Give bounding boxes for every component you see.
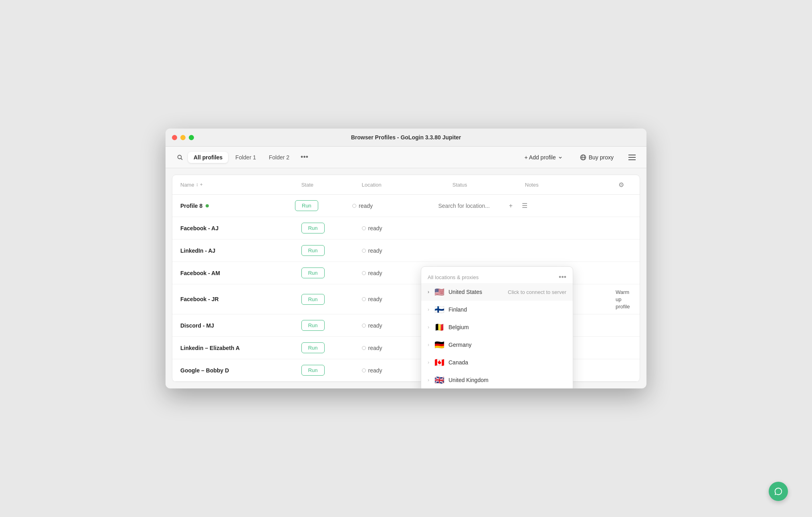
location-search-row: + ☰ (438, 201, 530, 211)
window-title: Browser Profiles - GoLogin 3.3.80 Jupite… (351, 134, 461, 141)
state-cell: ready (362, 225, 452, 231)
dropdown-title: All locations & proxies (428, 274, 479, 280)
profile-name: Discord - MJ (180, 322, 301, 329)
country-name-be: Belgium (448, 324, 566, 330)
flag-be: 🇧🇪 (434, 322, 444, 332)
toolbar: All profiles Folder 1 Folder 2 ••• + Add… (166, 147, 646, 168)
run-button-cell: Run (301, 223, 362, 233)
th-settings: ⚙ (616, 179, 632, 190)
chevron-icon: › (428, 360, 429, 365)
dropdown-item-be[interactable]: › 🇧🇪 Belgium (421, 318, 573, 336)
run-button[interactable]: Run (301, 268, 325, 278)
chat-fab-button[interactable] (769, 482, 788, 501)
flag-us: 🇺🇸 (434, 287, 444, 297)
dropdown-more-button[interactable]: ••• (559, 273, 566, 282)
run-button[interactable]: Run (301, 342, 325, 353)
state-cell: ready (362, 247, 452, 254)
location-list-button[interactable]: ☰ (519, 201, 530, 211)
state-indicator (362, 249, 366, 253)
table-settings-button[interactable]: ⚙ (616, 179, 627, 190)
run-button-cell: Run (301, 342, 362, 353)
maximize-button[interactable] (189, 135, 194, 140)
run-button-cell: Run (301, 245, 362, 256)
add-column-icon[interactable]: + (200, 182, 203, 187)
profile-name: LinkedIn - AJ (180, 247, 301, 254)
titlebar: Browser Profiles - GoLogin 3.3.80 Jupite… (166, 129, 646, 147)
run-button[interactable]: Run (301, 223, 325, 233)
table-row: Profile 8 Run ready + ☰ (172, 195, 640, 217)
note-text: Warm up profile (616, 289, 630, 310)
table-header: Name ↕ + State Location Status Notes ⚙ (172, 175, 640, 195)
dropdown-item-de[interactable]: › 🇩🇪 Germany (421, 336, 573, 354)
connect-hint: Click to connect to server (508, 289, 566, 295)
buy-proxy-label: Buy proxy (589, 154, 614, 161)
chevron-icon: › (428, 342, 429, 348)
country-name-ca: Canada (448, 359, 566, 366)
run-button[interactable]: Run (301, 365, 325, 376)
dropdown-item-fi[interactable]: › 🇫🇮 Finland (421, 301, 573, 318)
profile-name: Facebook - AM (180, 270, 301, 276)
location-search-input[interactable] (438, 203, 503, 209)
country-name-fi: Finland (448, 306, 566, 313)
tab-all-profiles[interactable]: All profiles (188, 152, 228, 163)
th-status: Status (452, 182, 525, 188)
country-name-gb: United Kingdom (448, 377, 566, 383)
table-row: Facebook - AJ Run ready (172, 217, 640, 239)
profile-name: Facebook - AJ (180, 225, 301, 231)
tab-folder-1[interactable]: Folder 1 (230, 152, 261, 163)
run-button[interactable]: Run (301, 320, 325, 331)
th-location: Location (362, 182, 452, 188)
add-location-button[interactable]: + (506, 201, 516, 211)
search-button[interactable] (174, 151, 186, 164)
dropdown-item-us[interactable]: › 🇺🇸 United States Click to connect to s… (421, 283, 573, 301)
flag-ca: 🇨🇦 (434, 358, 444, 367)
th-notes: Notes (525, 182, 616, 188)
run-button-cell: Run (301, 365, 362, 376)
country-name-de: Germany (448, 342, 566, 348)
add-profile-button[interactable]: + Add profile (519, 151, 568, 163)
dropdown-item-ca[interactable]: › 🇨🇦 Canada (421, 354, 573, 371)
minimize-button[interactable] (180, 135, 186, 140)
state-indicator (362, 324, 366, 328)
state-indicator (362, 226, 366, 230)
flag-gb: 🇬🇧 (434, 375, 444, 385)
chevron-icon: › (428, 377, 429, 383)
chevron-icon: › (428, 324, 429, 330)
state-indicator (362, 368, 366, 372)
state-indicator (352, 204, 356, 208)
state-cell: ready (352, 203, 438, 209)
hamburger-menu-button[interactable] (626, 151, 638, 164)
dropdown-header: All locations & proxies ••• (421, 270, 573, 283)
chevron-icon: › (428, 289, 429, 295)
run-button[interactable]: Run (301, 245, 325, 256)
state-indicator (362, 271, 366, 275)
profile-name: Linkedin – Elizabeth A (180, 345, 301, 351)
run-button-cell: Run (301, 320, 362, 331)
sort-icon[interactable]: ↕ (196, 182, 198, 187)
location-cell: + ☰ (438, 201, 530, 211)
buy-proxy-button[interactable]: Buy proxy (574, 151, 619, 163)
table-row: LinkedIn - AJ Run ready (172, 239, 640, 262)
country-name-us: United States (448, 289, 504, 295)
profile-name: Google – Bobby D (180, 367, 301, 374)
app-window: Browser Profiles - GoLogin 3.3.80 Jupite… (166, 129, 646, 388)
more-tabs-button[interactable]: ••• (297, 151, 312, 164)
dropdown-item-gb[interactable]: › 🇬🇧 United Kingdom (421, 371, 573, 388)
close-button[interactable] (172, 135, 177, 140)
tab-folder-2[interactable]: Folder 2 (263, 152, 295, 163)
add-profile-label: + Add profile (525, 154, 556, 161)
notes-cell: Warm up profile (616, 288, 632, 310)
svg-line-1 (181, 158, 183, 160)
th-state: State (301, 182, 362, 188)
flag-de: 🇩🇪 (434, 340, 444, 350)
toolbar-right: + Add profile Buy proxy (519, 151, 638, 164)
run-button-cell: Run (301, 294, 362, 305)
profile-name: Facebook - JR (180, 296, 301, 302)
state-indicator (362, 297, 366, 301)
online-indicator (206, 204, 209, 207)
flag-fi: 🇫🇮 (434, 305, 444, 314)
svg-point-0 (178, 155, 182, 159)
run-button[interactable]: Run (295, 200, 318, 211)
profile-name: Profile 8 (180, 203, 295, 209)
run-button[interactable]: Run (301, 294, 325, 305)
